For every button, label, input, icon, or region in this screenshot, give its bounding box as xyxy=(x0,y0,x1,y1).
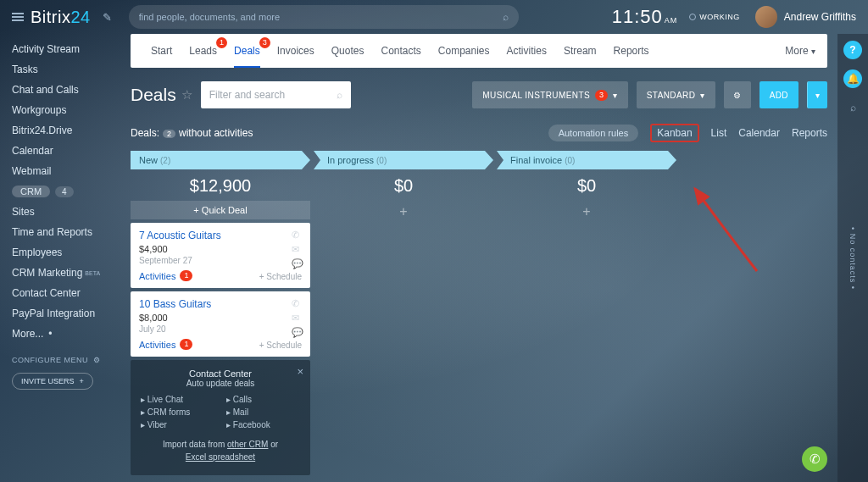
right-rail: ? 🔔 ⌕ • No contacts • xyxy=(837,34,868,482)
sidebar-item-workgroups[interactable]: Workgroups xyxy=(12,100,119,120)
sidebar-item-time-and-reports[interactable]: Time and Reports xyxy=(12,222,119,242)
deal-title: 10 Bass Guitars xyxy=(139,298,302,310)
notifications-button[interactable]: 🔔 xyxy=(843,69,862,88)
global-search-input[interactable] xyxy=(139,12,503,22)
clock: 11:50AM xyxy=(612,6,678,28)
filter-input[interactable] xyxy=(209,89,337,101)
filter-search[interactable]: ⌕ xyxy=(201,81,351,108)
tabs-more[interactable]: More ▾ xyxy=(785,45,815,57)
gear-icon: ⚙ xyxy=(733,91,741,100)
no-contacts-label: • No contacts • xyxy=(849,227,857,290)
tab-contacts[interactable]: Contacts xyxy=(372,34,429,68)
schedule-link[interactable]: + Schedule xyxy=(259,272,302,281)
deal-price: $8,000 xyxy=(139,313,302,323)
import-other-crm[interactable]: other CRM xyxy=(227,440,268,449)
cc-item[interactable]: ▸ Calls xyxy=(226,395,300,404)
view-list[interactable]: List xyxy=(711,127,727,139)
add-dropdown[interactable]: ▾ xyxy=(807,81,827,108)
settings-button[interactable]: ⚙ xyxy=(724,81,751,108)
sidebar-item-tasks[interactable]: Tasks xyxy=(12,59,119,80)
phone-icon[interactable]: ✆ xyxy=(292,298,303,309)
star-icon[interactable]: ☆ xyxy=(181,87,192,102)
add-card[interactable]: + xyxy=(497,201,676,223)
tab-start[interactable]: Start xyxy=(142,34,181,68)
mail-icon[interactable]: ✉ xyxy=(292,313,303,324)
kanban-column: Final invoice(0)$0+ xyxy=(497,151,676,223)
cc-item[interactable]: ▸ Facebook xyxy=(226,420,300,429)
chevron-down-icon: ▾ xyxy=(700,91,704,100)
sidebar-item-sites[interactable]: Sites xyxy=(12,202,119,222)
mail-icon[interactable]: ✉ xyxy=(292,244,303,255)
menu-toggle[interactable] xyxy=(12,11,24,23)
column-header[interactable]: In progress(0) xyxy=(314,151,493,169)
deal-price: $4,900 xyxy=(139,244,302,254)
global-search[interactable]: ⌕ xyxy=(129,5,519,29)
sidebar-item-calendar[interactable]: Calendar xyxy=(12,141,119,161)
view-kanban[interactable]: Kanban xyxy=(650,124,698,142)
rail-search[interactable]: ⌕ xyxy=(843,98,862,117)
sidebar-item-contact-center[interactable]: Contact Center xyxy=(12,283,119,303)
deals-count-label: Deals:2without activities xyxy=(131,127,253,139)
column-header[interactable]: Final invoice(0) xyxy=(497,151,676,169)
add-button[interactable]: ADD xyxy=(760,81,798,108)
sidebar-item-paypal-integration[interactable]: PayPal Integration xyxy=(12,303,119,324)
tab-quotes[interactable]: Quotes xyxy=(323,34,373,68)
pipeline-select[interactable]: MUSICAL INSTRUMENTS3▾ xyxy=(472,81,628,108)
sidebar-item-bitrix24-drive[interactable]: Bitrix24.Drive xyxy=(12,120,119,141)
help-button[interactable]: ? xyxy=(843,41,862,59)
phone-icon[interactable]: ✆ xyxy=(292,230,303,241)
username[interactable]: Andrew Griffiths xyxy=(784,11,856,23)
search-icon: ⌕ xyxy=(503,11,509,23)
schedule-link[interactable]: + Schedule xyxy=(259,341,302,350)
tab-reports[interactable]: Reports xyxy=(605,34,658,68)
avatar[interactable] xyxy=(755,6,777,28)
invite-users[interactable]: INVITE USERS+ xyxy=(12,373,93,390)
page-title: Deals☆ xyxy=(131,85,192,105)
phone-fab[interactable]: ✆ xyxy=(802,446,827,472)
cc-item[interactable]: ▸ CRM forms xyxy=(141,407,214,417)
sidebar-item-crm-marketing[interactable]: CRM MarketingBETA xyxy=(12,263,119,283)
kanban-column: New(2)$12,900+ Quick Deal✆✉💬7 Acoustic G… xyxy=(131,151,310,475)
sidebar: Activity StreamTasksChat and CallsWorkgr… xyxy=(0,34,125,482)
chat-icon[interactable]: 💬 xyxy=(292,327,303,338)
close-icon[interactable]: × xyxy=(297,365,303,378)
import-excel[interactable]: Excel spreadsheet xyxy=(186,452,255,462)
cc-subtitle: Auto update deals xyxy=(141,379,300,388)
tab-leads[interactable]: Leads1 xyxy=(181,34,225,68)
tab-activities[interactable]: Activities xyxy=(498,34,555,68)
crm-tabs: StartLeads1Deals3InvoicesQuotesContactsC… xyxy=(131,34,827,68)
pencil-icon[interactable]: ✎ xyxy=(103,11,112,24)
cc-item[interactable]: ▸ Mail xyxy=(226,407,300,417)
deal-card[interactable]: ✆✉💬10 Bass Guitars$8,000July 20Activitie… xyxy=(131,291,310,357)
automation-rules[interactable]: Automation rules xyxy=(548,125,639,141)
search-icon: ⌕ xyxy=(337,89,342,101)
cc-item[interactable]: ▸ Live Chat xyxy=(141,395,214,404)
cc-title: Contact Center xyxy=(141,368,300,379)
view-reports[interactable]: Reports xyxy=(792,127,827,139)
tab-invoices[interactable]: Invoices xyxy=(269,34,323,68)
sidebar-item-webmail[interactable]: Webmail xyxy=(12,161,119,181)
column-header[interactable]: New(2) xyxy=(131,151,310,169)
tab-stream[interactable]: Stream xyxy=(555,34,605,68)
add-card[interactable]: + xyxy=(314,201,493,223)
sidebar-item-more-[interactable]: More...• xyxy=(12,324,119,344)
logo[interactable]: Bitrix24 xyxy=(31,8,91,27)
tab-deals[interactable]: Deals3 xyxy=(225,34,269,68)
tab-companies[interactable]: Companies xyxy=(430,34,498,68)
working-status[interactable]: WORKING xyxy=(689,13,740,21)
sidebar-item-chat-and-calls[interactable]: Chat and Calls xyxy=(12,80,119,100)
column-total: $12,900 xyxy=(131,169,310,201)
sidebar-item-crm[interactable]: CRM4 xyxy=(12,181,119,202)
deal-card[interactable]: ✆✉💬7 Acoustic Guitars$4,900September 27A… xyxy=(131,223,310,288)
sidebar-item-activity-stream[interactable]: Activity Stream xyxy=(12,39,119,59)
quick-deal[interactable]: + Quick Deal xyxy=(131,201,310,219)
column-total: $0 xyxy=(497,169,676,201)
cc-item[interactable]: ▸ Viber xyxy=(141,420,214,429)
view-select[interactable]: STANDARD▾ xyxy=(637,81,715,108)
configure-menu[interactable]: CONFIGURE MENU⚙ xyxy=(12,356,119,364)
chat-icon[interactable]: 💬 xyxy=(292,258,303,269)
view-calendar[interactable]: Calendar xyxy=(738,127,780,139)
contact-center-panel: ×Contact CenterAuto update deals▸ Live C… xyxy=(131,360,310,475)
deal-date: July 20 xyxy=(139,324,302,334)
sidebar-item-employees[interactable]: Employees xyxy=(12,242,119,263)
